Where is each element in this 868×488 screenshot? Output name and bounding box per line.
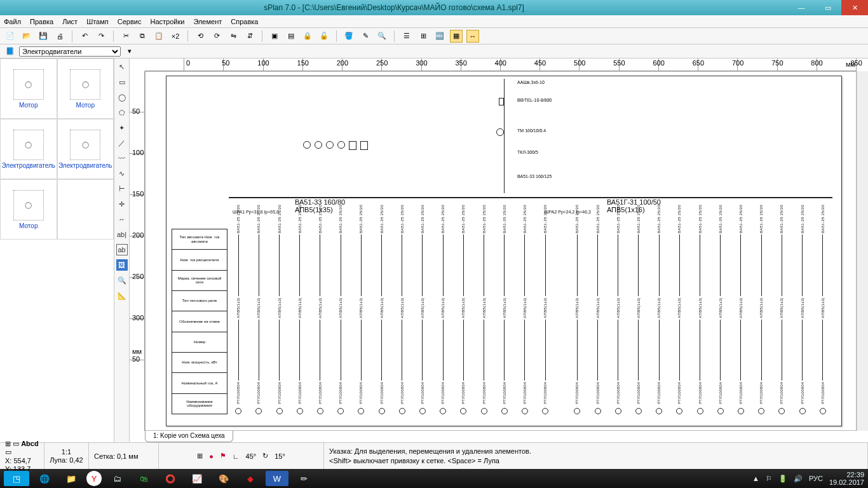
lib-book-icon[interactable]: 📘 [4, 45, 17, 58]
pin-icon[interactable]: ✛ [116, 198, 128, 210]
task-monitor-icon[interactable]: 📈 [186, 471, 208, 486]
tray-action-icon[interactable]: ⚐ [766, 475, 772, 483]
status-grid: Сетка: 0,1 мм [94, 452, 153, 460]
task-pen-icon[interactable]: ✏ [292, 471, 315, 486]
eyedrop-icon[interactable]: ✎ [359, 30, 372, 43]
pointer-icon[interactable]: ↖ [116, 61, 128, 72]
start-button[interactable]: ◳ [4, 471, 29, 486]
task-folder-icon[interactable]: 🗂 [105, 471, 128, 486]
status-lupa: Лупа: 0,42 [50, 456, 83, 464]
image-icon[interactable]: 🖼 [116, 259, 128, 271]
dim-icon[interactable]: ↔ [116, 214, 128, 225]
page: ААШв.3x6-10 BB/TEL-10-8/800 ТМ 160/10/0.… [166, 76, 842, 426]
open-icon[interactable]: 📂 [20, 30, 33, 43]
maximize-button[interactable]: ▭ [815, 0, 841, 15]
symbol-palette[interactable]: ◯Мотор ◯Мотор ◯Электродвигатель ◯Электро… [0, 58, 114, 442]
sheet-tab[interactable]: 1: Kopie von Схема цеха [145, 431, 233, 442]
text1-icon[interactable]: ab| [116, 229, 128, 240]
cut-icon[interactable]: ✂ [119, 30, 132, 43]
list-icon[interactable]: ☰ [400, 30, 413, 43]
ungroup-icon[interactable]: ▤ [285, 30, 297, 43]
unlock-icon[interactable]: 🔓 [318, 30, 330, 43]
print-icon[interactable]: 🖨 [53, 30, 66, 43]
angle-icon[interactable]: ∟ [233, 452, 240, 460]
task-yandex-icon[interactable]: Y [86, 471, 102, 486]
task-word-icon[interactable]: W [266, 471, 288, 486]
paint-icon[interactable]: 🪣 [342, 30, 355, 43]
palette-item[interactable] [57, 179, 114, 240]
tray-time[interactable]: 22:39 [846, 471, 864, 478]
tray-up-icon[interactable]: ▲ [752, 475, 759, 482]
task-ie-icon[interactable]: 🌐 [33, 471, 56, 486]
grid-icon[interactable]: ⊞ [417, 30, 430, 43]
rect-icon[interactable]: ▭ [116, 76, 128, 88]
menu-file[interactable]: Файл [4, 18, 21, 25]
new-icon[interactable]: 📄 [4, 30, 17, 43]
text2-icon[interactable]: ab [116, 244, 128, 255]
menu-help[interactable]: Справка [231, 18, 258, 25]
close-button[interactable]: ✕ [841, 0, 868, 15]
mirror-v-icon[interactable]: ⇵ [243, 30, 256, 43]
menu-service[interactable]: Сервис [118, 18, 142, 25]
search-icon[interactable]: 🔍 [376, 30, 388, 43]
tray-lang[interactable]: РУС [809, 475, 823, 482]
circle-icon[interactable]: ◯ [116, 92, 128, 103]
branches: ВА51-25 25/20АПВ5(1x3)РТЛ100804ВА51-25 2… [229, 203, 832, 414]
rotate-right-icon[interactable]: ⟳ [210, 30, 223, 43]
tray-date[interactable]: 19.02.2017 [829, 478, 864, 486]
task-paint-icon[interactable]: 🎨 [212, 471, 235, 486]
save-icon[interactable]: 💾 [37, 30, 50, 43]
copy-icon[interactable]: ⧉ [136, 30, 149, 43]
rotate-left-icon[interactable]: ⟲ [194, 30, 207, 43]
group-icon[interactable]: ▣ [268, 30, 281, 43]
measure-icon[interactable]: 📐 [116, 290, 128, 301]
palette-item[interactable]: ◯Электродвигатель [57, 119, 114, 179]
lock-icon[interactable]: 🔒 [301, 30, 314, 43]
menu-sheet[interactable]: Лист [62, 18, 78, 25]
titlebar: sPlan 7.0 - [C:\Users\Евгений\Desktop\Ку… [0, 0, 868, 15]
poly-icon[interactable]: ⬠ [116, 107, 128, 118]
line-icon[interactable]: ／ [116, 137, 128, 149]
task-app-icon[interactable]: ◆ [239, 471, 262, 486]
highlight2-icon[interactable]: ↔ [466, 30, 479, 43]
task-explorer-icon[interactable]: 📁 [60, 471, 83, 486]
library-shelf: 📘 Электродвигатели ▾ [0, 44, 868, 58]
minimize-button[interactable]: — [788, 0, 815, 15]
menu-element[interactable]: Элемент [193, 18, 222, 25]
tray-battery-icon[interactable]: 🔋 [778, 475, 787, 483]
snap-flag-icon[interactable]: ⚑ [220, 452, 226, 460]
menu-edit[interactable]: Правка [30, 18, 53, 25]
task-store-icon[interactable]: 🛍 [132, 471, 155, 486]
ruler-horizontal: 050 100150 200250 300350 400450 500550 6… [145, 58, 857, 71]
system-tray: ▲ ⚐ 🔋 🔊 РУС 22:39 19.02.2017 [752, 471, 864, 486]
highlight1-icon[interactable]: ▦ [450, 30, 463, 43]
conn-icon[interactable]: ⊢ [116, 183, 128, 194]
special-icon[interactable]: ✦ [116, 122, 128, 133]
lib-more-icon[interactable]: ▾ [123, 45, 136, 58]
undo-icon[interactable]: ↶ [78, 30, 91, 43]
task-chrome-icon[interactable]: ⭕ [159, 471, 182, 486]
palette-item[interactable]: ◯Электродвигатель [0, 119, 57, 179]
toolbar-main: 📄 📂 💾 🖨 ↶ ↷ ✂ ⧉ 📋 ×2 ⟲ ⟳ ⇋ ⇵ ▣ ▤ 🔒 🔓 🪣 ✎… [0, 28, 868, 44]
snap-obj-icon[interactable]: ● [209, 452, 214, 460]
rotate-icon[interactable]: ↻ [262, 452, 268, 460]
snap-grid-icon[interactable]: ⊞ [197, 452, 203, 460]
variables-icon[interactable]: 🔤 [433, 30, 446, 43]
paste-icon[interactable]: 📋 [153, 30, 165, 43]
menu-settings[interactable]: Настройки [150, 18, 184, 25]
palette-item[interactable]: ◯Мотор [0, 179, 57, 240]
zoom-icon[interactable]: 🔍 [116, 274, 128, 286]
palette-item[interactable]: ◯Мотор [57, 58, 114, 119]
status-scale: 1:1 [62, 448, 71, 456]
drawing-canvas[interactable]: ААШв.3x6-10 BB/TEL-10-8/800 ТМ 160/10/0.… [145, 71, 857, 431]
scrollbar-vertical[interactable] [857, 71, 868, 431]
tray-volume-icon[interactable]: 🔊 [794, 475, 803, 483]
redo-icon[interactable]: ↷ [95, 30, 107, 43]
wave-icon[interactable]: 〰 [116, 152, 128, 164]
mirror-h-icon[interactable]: ⇋ [227, 30, 240, 43]
menu-stamp[interactable]: Штамп [86, 18, 109, 25]
library-select[interactable]: Электродвигатели [19, 46, 121, 57]
palette-item[interactable]: ◯Мотор [0, 58, 57, 119]
bezier-icon[interactable]: ∿ [116, 168, 128, 179]
dup-icon[interactable]: ×2 [169, 30, 182, 43]
